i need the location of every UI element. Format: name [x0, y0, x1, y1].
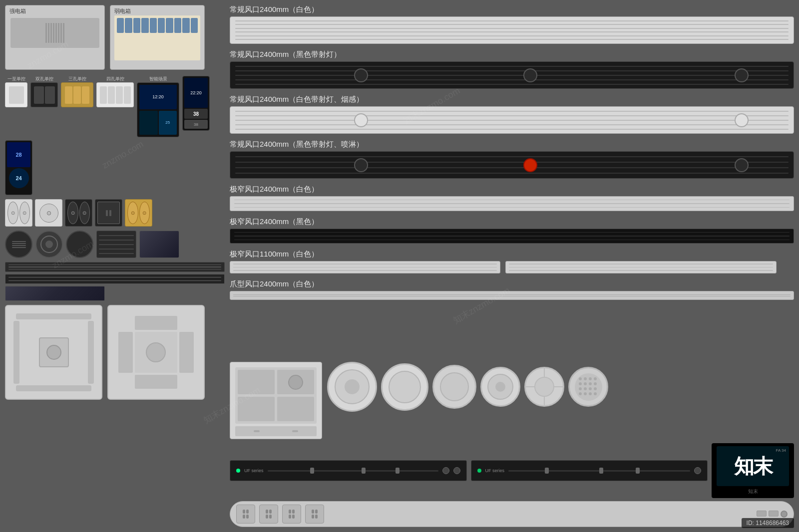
ps-hole-1c — [243, 515, 245, 519]
socket-dark-1: ⊙ — [67, 202, 78, 224]
sd-11 — [589, 387, 592, 390]
vent-slot-4 — [53, 23, 54, 43]
slat-1-4 — [235, 31, 789, 32]
breaker-8 — [174, 18, 181, 33]
fan-circle-top — [288, 375, 303, 390]
usb-slot-2 — [109, 210, 111, 216]
vent-slats-4 — [230, 152, 794, 178]
rack-fader-1 — [268, 470, 438, 472]
grille-line-d4 — [12, 247, 26, 248]
slat-8-2 — [233, 296, 791, 296]
slat-7b-1 — [509, 264, 773, 265]
ac-vane-left — [13, 321, 19, 384]
outlet-dark-2 — [95, 199, 122, 227]
slat-7a-1 — [233, 264, 497, 265]
slat-7b-3 — [509, 270, 773, 271]
grille-line-d1 — [12, 241, 26, 242]
vent-title-6: 极窄风口2400mm（黑色） — [230, 217, 794, 227]
switch-label-5: 智能场景 — [149, 76, 167, 82]
strip-line-2b — [8, 280, 221, 281]
square-grille-dark — [96, 231, 136, 258]
strong-box-inner — [10, 18, 99, 48]
switch-btn-3a — [65, 86, 72, 104]
vent-item-6: 极窄风口2400mm（黑色） — [230, 217, 794, 244]
breaker-2 — [125, 18, 132, 33]
fan-cell-3 — [238, 397, 275, 421]
vent-bar-2 — [230, 61, 794, 89]
breaker-9 — [182, 18, 189, 33]
slat-3-4 — [235, 124, 789, 125]
grille-line-d2 — [12, 243, 26, 244]
slat-3-5 — [235, 129, 789, 130]
speaker-dot-grid — [579, 377, 598, 396]
znzmo-id-text: 知末 — [748, 488, 758, 495]
slat-6-2 — [234, 236, 790, 237]
ceiling-item-1 — [327, 362, 377, 412]
rack-knob-2 — [453, 467, 460, 474]
znzmo-small-text: FA 34 — [776, 448, 786, 453]
bath-fan-grid — [235, 367, 317, 424]
rack-brand-2: UF series — [485, 468, 505, 473]
outlets-section: ⊙ ⊙ ⊙ ⊙ ⊙ ⊙ ⊙ — [5, 199, 225, 227]
vent-slats-5 — [230, 197, 794, 211]
breaker-1 — [117, 18, 124, 33]
ac-cassette-2 — [107, 305, 205, 400]
switch-btn-2b — [45, 86, 55, 104]
sq-grille-line-2 — [99, 240, 134, 241]
slat-3-1 — [235, 111, 789, 112]
ps-hole-2b — [269, 510, 272, 514]
round-grille-fan — [35, 231, 63, 258]
switch-btn-3b — [73, 86, 81, 104]
ceiling-item-1-center — [345, 379, 360, 394]
strip-line-1c — [8, 269, 221, 270]
ps-holes-4 — [312, 510, 318, 519]
thermostat-val-2a: 28 — [15, 152, 21, 158]
weak-box-inner — [114, 15, 200, 60]
sd-7 — [589, 382, 592, 385]
switch-group-1: 一至单控 — [5, 76, 27, 137]
switch-plate-dark-2 — [30, 82, 58, 107]
vent-title-7: 极窄风口1100mm（白色） — [230, 250, 794, 259]
power-strip-row — [230, 501, 794, 527]
spotlight-2-3 — [735, 68, 749, 82]
slat-4-3 — [235, 167, 789, 168]
fan-center — [45, 241, 53, 248]
ps-usb-2 — [769, 511, 779, 517]
slat-2-1 — [235, 66, 789, 67]
vent-slot-6 — [58, 23, 59, 43]
sd-4 — [594, 377, 597, 380]
ceiling-item-3-inner — [440, 372, 469, 401]
breaker-10 — [191, 18, 198, 33]
smart-cell-2: 25 — [159, 111, 177, 135]
right-panel: 常规风口2400mm（白色） 常规风口2400mm（黑色带射灯） — [230, 5, 794, 304]
switch-btn-4c — [116, 86, 123, 104]
socket-icon-1: ⊙ — [11, 210, 15, 216]
weak-electric-box: 弱电箱 — [110, 5, 205, 70]
sd-6 — [584, 382, 587, 385]
sq-grille-line-3 — [99, 244, 134, 245]
vent-bar-4 — [230, 151, 794, 179]
fan-circle — [40, 236, 58, 253]
fader-handle-3 — [396, 468, 400, 474]
vent-strip-1 — [5, 262, 225, 272]
vent-bar-3 — [230, 106, 794, 134]
breaker-grid — [114, 15, 200, 35]
thermostat-temp-1: 38 — [193, 111, 199, 117]
ac-vane-right — [88, 321, 94, 384]
smart-screen-top: 12:20 — [139, 85, 177, 109]
switch-btn-3c — [82, 86, 89, 104]
rack-knob-1 — [442, 467, 449, 474]
round-ceiling-items — [327, 362, 608, 412]
rack-led-2 — [477, 469, 481, 473]
socket-usb — [97, 202, 120, 224]
thermostat-time-1: 22:20 — [190, 90, 202, 95]
ps-hole-1b — [246, 510, 249, 514]
sq-grille-line-4 — [99, 249, 134, 250]
slat-2-2 — [235, 70, 789, 71]
vent-slot-2 — [48, 23, 49, 43]
outlet-white-1: ⊙ ⊙ — [5, 199, 32, 227]
switch-label-2: 双孔单控 — [35, 76, 53, 82]
fader-handle-1 — [310, 468, 314, 474]
vent-strips-section — [5, 262, 225, 301]
vent-bar-6 — [230, 229, 794, 244]
